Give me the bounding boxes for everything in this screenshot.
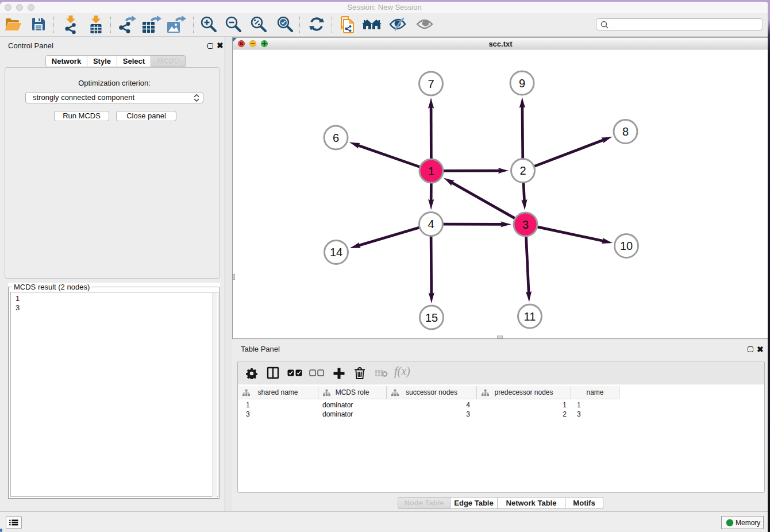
- svg-text:1: 1: [428, 165, 434, 178]
- svg-text:7: 7: [428, 78, 434, 90]
- svg-text:14: 14: [330, 246, 342, 259]
- svg-text:10: 10: [620, 240, 633, 252]
- svg-text:3: 3: [522, 218, 529, 231]
- svg-text:15: 15: [425, 311, 438, 324]
- svg-text:8: 8: [622, 125, 629, 138]
- svg-text:11: 11: [524, 310, 536, 323]
- svg-text:2: 2: [519, 164, 526, 177]
- svg-text:4: 4: [428, 218, 434, 230]
- svg-text:6: 6: [333, 132, 339, 144]
- svg-text:9: 9: [519, 77, 525, 90]
